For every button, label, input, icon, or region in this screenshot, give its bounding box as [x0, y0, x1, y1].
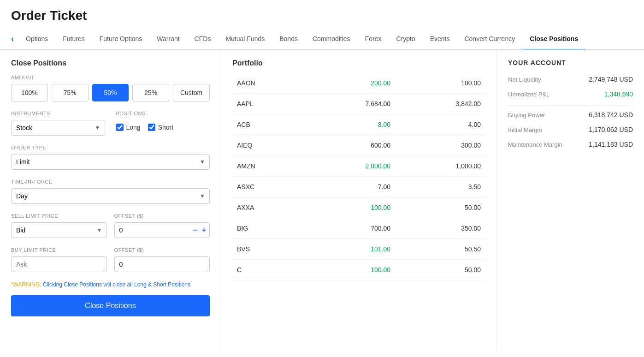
- table-row[interactable]: AIEQ600.00300.00: [232, 135, 485, 156]
- portfolio-close-qty: 1,000.00: [395, 156, 485, 177]
- buy-limit-row: BUY LIMIT PRICE OFFSET ($): [11, 247, 210, 272]
- portfolio-qty: 7.00: [305, 177, 395, 197]
- nav-item-commodities[interactable]: Commodities: [305, 29, 358, 50]
- instruments-positions-row: INSTRUMENTS Stock Options Futures ETF ▼ …: [11, 111, 210, 136]
- buy-limit-price-input[interactable]: [11, 256, 107, 272]
- order-type-select[interactable]: Limit Market Stop: [11, 154, 210, 170]
- table-row[interactable]: AXXA100.0050.00: [232, 197, 485, 218]
- portfolio-symbol: AXXA: [232, 197, 305, 218]
- table-row[interactable]: ACB8.004.00: [232, 114, 485, 135]
- table-row[interactable]: AAPL7,684.003,842.00: [232, 94, 485, 114]
- buy-limit-price-label: BUY LIMIT PRICE: [11, 247, 107, 253]
- long-checkbox-label[interactable]: Long: [116, 124, 141, 131]
- short-label: Short: [158, 124, 173, 131]
- nav-item-close-positions[interactable]: Close Positions: [522, 29, 585, 50]
- portfolio-qty: 100.00: [305, 260, 395, 280]
- portfolio-close-qty: 50.00: [395, 260, 485, 280]
- amount-btn-50[interactable]: 50%: [92, 84, 129, 101]
- sell-offset-controls: − +: [192, 226, 207, 234]
- order-type-label: ORDER TYPE: [11, 145, 210, 150]
- warning-text-highlight: Clicking Close Positions will close all …: [43, 281, 190, 288]
- amount-btn-25[interactable]: 25%: [132, 84, 169, 101]
- account-row-value: 2,749,748 USD: [589, 76, 633, 83]
- positions-label: POSITIONS: [116, 111, 210, 116]
- account-title: YOUR ACCOUNT: [508, 59, 633, 66]
- middle-panel: Portfolio AAON200.00100.00AAPL7,684.003,…: [221, 50, 496, 351]
- sell-offset-plus[interactable]: +: [201, 226, 207, 234]
- nav-item-future-options[interactable]: Future Options: [92, 29, 150, 50]
- nav-item-options[interactable]: Options: [18, 29, 55, 50]
- portfolio-qty: 8.00: [305, 114, 395, 135]
- time-in-force-select[interactable]: Day GTC IOC FOK: [11, 188, 210, 204]
- portfolio-symbol: AMZN: [232, 156, 305, 177]
- left-panel-title: Close Positions: [11, 59, 210, 67]
- table-row[interactable]: AMZN2,000.001,000.00: [232, 156, 485, 177]
- close-positions-button[interactable]: Close Positions: [11, 295, 210, 316]
- portfolio-close-qty: 350.00: [395, 218, 485, 239]
- left-panel: Close Positions Amount 100% 75% 50% 25% …: [0, 50, 221, 351]
- nav-item-warrant[interactable]: Warrant: [149, 29, 187, 50]
- portfolio-close-qty: 3,842.00: [395, 94, 485, 114]
- instruments-select[interactable]: Stock Options Futures ETF: [11, 120, 105, 136]
- sell-limit-price-select[interactable]: Bid Ask Mid: [11, 222, 107, 238]
- instruments-col: INSTRUMENTS Stock Options Futures ETF ▼: [11, 111, 105, 136]
- account-row-label: Initial Margin: [508, 126, 542, 133]
- time-in-force-label: TIME-IN-FORCE: [11, 179, 210, 184]
- table-row[interactable]: C100.0050.00: [232, 260, 485, 280]
- nav-item-futures[interactable]: Futures: [55, 29, 92, 50]
- amount-btn-custom[interactable]: Custom: [173, 84, 210, 101]
- account-row-value: 6,318,742 USD: [589, 111, 633, 119]
- amount-btn-75[interactable]: 75%: [52, 84, 89, 101]
- nav-item-forex[interactable]: Forex: [358, 29, 389, 50]
- table-row[interactable]: BIG700.00350.00: [232, 218, 485, 239]
- account-row: Unrealized P&L1,348,690: [508, 90, 633, 98]
- sell-offset-wrapper: − +: [114, 222, 210, 238]
- portfolio-close-qty: 50.50: [395, 239, 485, 260]
- portfolio-title: Portfolio: [232, 59, 485, 67]
- nav-item-bonds[interactable]: Bonds: [272, 29, 305, 50]
- positions-checkboxes: Long Short: [116, 120, 210, 131]
- portfolio-qty: 7,684.00: [305, 94, 395, 114]
- nav-item-crypto[interactable]: Crypto: [389, 29, 422, 50]
- order-type-group: ORDER TYPE Limit Market Stop ▼: [11, 145, 210, 170]
- table-row[interactable]: ASXC7.003.50: [232, 177, 485, 197]
- nav-item-mutual-funds[interactable]: Mutual Funds: [218, 29, 272, 50]
- nav-item-cfds[interactable]: CFDs: [187, 29, 219, 50]
- long-checkbox[interactable]: [116, 124, 124, 131]
- amount-label: Amount: [11, 75, 210, 80]
- portfolio-qty: 700.00: [305, 218, 395, 239]
- right-panel: YOUR ACCOUNT Net Liquidity2,749,748 USDU…: [496, 50, 644, 351]
- amount-buttons: 100% 75% 50% 25% Custom: [11, 84, 210, 101]
- portfolio-close-qty: 50.00: [395, 197, 485, 218]
- table-row[interactable]: BVS101.0050.50: [232, 239, 485, 260]
- buy-offset-input[interactable]: [114, 256, 210, 272]
- nav-back-button[interactable]: ‹: [11, 29, 18, 49]
- time-in-force-group: TIME-IN-FORCE Day GTC IOC FOK ▼: [11, 179, 210, 204]
- account-row-value: 1,348,690: [604, 90, 633, 98]
- account-row-value: 1,170,062 USD: [589, 126, 633, 133]
- sell-offset-minus[interactable]: −: [192, 226, 198, 234]
- buy-offset-label: OFFSET ($): [114, 247, 210, 253]
- short-checkbox-label[interactable]: Short: [148, 124, 173, 131]
- account-row: Net Liquidity2,749,748 USD: [508, 76, 633, 83]
- sell-offset-label: OFFSET ($): [114, 213, 210, 219]
- account-row-value: 1,141,183 USD: [589, 141, 633, 148]
- portfolio-symbol: AAPL: [232, 94, 305, 114]
- portfolio-symbol: AIEQ: [232, 135, 305, 156]
- account-row-label: Maintenance Margin: [508, 141, 562, 148]
- table-row[interactable]: AAON200.00100.00: [232, 73, 485, 94]
- short-checkbox[interactable]: [148, 124, 155, 131]
- sell-limit-price-label: SELL LIMIT PRICE: [11, 213, 107, 219]
- portfolio-symbol: ACB: [232, 114, 305, 135]
- account-row: Maintenance Margin1,141,183 USD: [508, 141, 633, 148]
- amount-btn-100[interactable]: 100%: [11, 84, 48, 101]
- nav-item-events[interactable]: Events: [423, 29, 457, 50]
- nav-item-convert-currency[interactable]: Convert Currency: [457, 29, 522, 50]
- instruments-label: INSTRUMENTS: [11, 111, 105, 116]
- long-label: Long: [126, 124, 141, 131]
- portfolio-table: AAON200.00100.00AAPL7,684.003,842.00ACB8…: [232, 73, 485, 280]
- time-in-force-select-wrapper: Day GTC IOC FOK ▼: [11, 188, 210, 204]
- main-content: Close Positions Amount 100% 75% 50% 25% …: [0, 50, 644, 351]
- account-divider: [508, 105, 633, 106]
- portfolio-qty: 100.00: [305, 197, 395, 218]
